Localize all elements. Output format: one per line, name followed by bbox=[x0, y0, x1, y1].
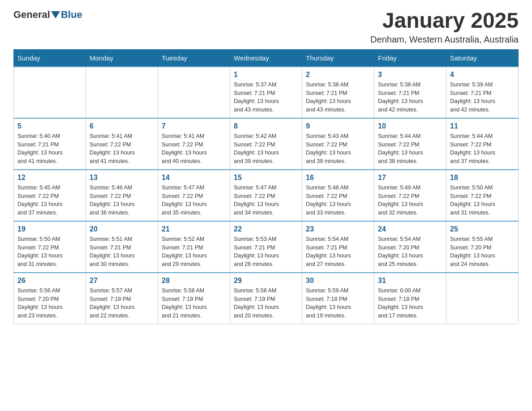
day-number: 9 bbox=[306, 122, 370, 130]
calendar-cell: 21Sunrise: 5:52 AM Sunset: 7:21 PM Dayli… bbox=[158, 221, 230, 273]
calendar-cell bbox=[446, 273, 519, 324]
day-info: Sunrise: 5:41 AM Sunset: 7:22 PM Dayligh… bbox=[162, 132, 226, 166]
calendar-cell: 13Sunrise: 5:46 AM Sunset: 7:22 PM Dayli… bbox=[86, 170, 158, 221]
calendar-cell: 14Sunrise: 5:47 AM Sunset: 7:22 PM Dayli… bbox=[158, 170, 230, 221]
calendar-cell: 11Sunrise: 5:44 AM Sunset: 7:22 PM Dayli… bbox=[446, 118, 519, 170]
day-info: Sunrise: 5:57 AM Sunset: 7:19 PM Dayligh… bbox=[90, 287, 154, 320]
day-number: 17 bbox=[378, 174, 442, 182]
calendar-cell: 1Sunrise: 5:37 AM Sunset: 7:21 PM Daylig… bbox=[230, 67, 302, 118]
calendar-cell: 12Sunrise: 5:45 AM Sunset: 7:22 PM Dayli… bbox=[14, 170, 86, 221]
calendar-cell: 17Sunrise: 5:49 AM Sunset: 7:22 PM Dayli… bbox=[374, 170, 446, 221]
day-info: Sunrise: 5:37 AM Sunset: 7:21 PM Dayligh… bbox=[234, 81, 298, 114]
day-number: 14 bbox=[162, 174, 226, 182]
day-number: 18 bbox=[450, 174, 515, 182]
logo-blue-text: Blue bbox=[61, 9, 82, 21]
calendar-week-row: 26Sunrise: 5:56 AM Sunset: 7:20 PM Dayli… bbox=[14, 273, 519, 324]
day-info: Sunrise: 5:39 AM Sunset: 7:21 PM Dayligh… bbox=[450, 81, 515, 114]
day-info: Sunrise: 5:56 AM Sunset: 7:20 PM Dayligh… bbox=[17, 287, 82, 320]
day-info: Sunrise: 5:38 AM Sunset: 7:21 PM Dayligh… bbox=[378, 81, 442, 114]
day-number: 24 bbox=[378, 225, 442, 233]
calendar-week-row: 19Sunrise: 5:50 AM Sunset: 7:22 PM Dayli… bbox=[14, 221, 519, 273]
day-number: 11 bbox=[450, 122, 515, 130]
calendar-cell: 9Sunrise: 5:43 AM Sunset: 7:22 PM Daylig… bbox=[302, 118, 374, 170]
calendar-cell: 10Sunrise: 5:44 AM Sunset: 7:22 PM Dayli… bbox=[374, 118, 446, 170]
calendar-cell: 23Sunrise: 5:54 AM Sunset: 7:21 PM Dayli… bbox=[302, 221, 374, 273]
day-number: 28 bbox=[162, 277, 226, 285]
day-number: 25 bbox=[450, 225, 515, 233]
calendar-header-row: SundayMondayTuesdayWednesdayThursdayFrid… bbox=[14, 49, 519, 67]
day-info: Sunrise: 5:54 AM Sunset: 7:20 PM Dayligh… bbox=[378, 235, 442, 269]
day-info: Sunrise: 5:50 AM Sunset: 7:22 PM Dayligh… bbox=[17, 235, 82, 269]
day-info: Sunrise: 5:47 AM Sunset: 7:22 PM Dayligh… bbox=[234, 184, 298, 217]
calendar-week-row: 1Sunrise: 5:37 AM Sunset: 7:21 PM Daylig… bbox=[14, 67, 519, 118]
calendar-day-header: Thursday bbox=[302, 49, 374, 67]
calendar-day-header: Saturday bbox=[446, 49, 519, 67]
day-info: Sunrise: 5:40 AM Sunset: 7:21 PM Dayligh… bbox=[17, 132, 82, 166]
day-number: 2 bbox=[306, 71, 370, 79]
calendar-cell: 4Sunrise: 5:39 AM Sunset: 7:21 PM Daylig… bbox=[446, 67, 519, 118]
day-number: 22 bbox=[234, 225, 298, 233]
day-info: Sunrise: 5:51 AM Sunset: 7:21 PM Dayligh… bbox=[90, 235, 154, 269]
day-number: 23 bbox=[306, 225, 370, 233]
day-number: 31 bbox=[378, 277, 442, 285]
calendar-table: SundayMondayTuesdayWednesdayThursdayFrid… bbox=[13, 49, 519, 324]
calendar-cell: 19Sunrise: 5:50 AM Sunset: 7:22 PM Dayli… bbox=[14, 221, 86, 273]
calendar-cell: 27Sunrise: 5:57 AM Sunset: 7:19 PM Dayli… bbox=[86, 273, 158, 324]
calendar-week-row: 5Sunrise: 5:40 AM Sunset: 7:21 PM Daylig… bbox=[14, 118, 519, 170]
day-number: 30 bbox=[306, 277, 370, 285]
day-number: 8 bbox=[234, 122, 298, 130]
calendar-cell: 26Sunrise: 5:56 AM Sunset: 7:20 PM Dayli… bbox=[14, 273, 86, 324]
calendar-cell bbox=[86, 67, 158, 118]
day-info: Sunrise: 5:49 AM Sunset: 7:22 PM Dayligh… bbox=[378, 184, 442, 217]
calendar-cell bbox=[158, 67, 230, 118]
day-number: 4 bbox=[450, 71, 515, 79]
calendar-day-header: Tuesday bbox=[158, 49, 230, 67]
day-info: Sunrise: 5:58 AM Sunset: 7:19 PM Dayligh… bbox=[162, 287, 226, 320]
title-section: January 2025 Denham, Western Australia, … bbox=[370, 9, 519, 45]
day-number: 20 bbox=[90, 225, 154, 233]
logo-general-text: General bbox=[13, 9, 50, 21]
calendar-cell: 29Sunrise: 5:58 AM Sunset: 7:19 PM Dayli… bbox=[230, 273, 302, 324]
calendar-cell: 30Sunrise: 5:59 AM Sunset: 7:18 PM Dayli… bbox=[302, 273, 374, 324]
calendar-day-header: Sunday bbox=[14, 49, 86, 67]
calendar-day-header: Wednesday bbox=[230, 49, 302, 67]
calendar-week-row: 12Sunrise: 5:45 AM Sunset: 7:22 PM Dayli… bbox=[14, 170, 519, 221]
calendar-cell: 15Sunrise: 5:47 AM Sunset: 7:22 PM Dayli… bbox=[230, 170, 302, 221]
day-info: Sunrise: 5:52 AM Sunset: 7:21 PM Dayligh… bbox=[162, 235, 226, 269]
day-info: Sunrise: 5:58 AM Sunset: 7:19 PM Dayligh… bbox=[234, 287, 298, 320]
calendar-cell: 22Sunrise: 5:53 AM Sunset: 7:21 PM Dayli… bbox=[230, 221, 302, 273]
calendar-cell: 20Sunrise: 5:51 AM Sunset: 7:21 PM Dayli… bbox=[86, 221, 158, 273]
calendar-cell: 16Sunrise: 5:48 AM Sunset: 7:22 PM Dayli… bbox=[302, 170, 374, 221]
day-number: 16 bbox=[306, 174, 370, 182]
calendar-cell: 7Sunrise: 5:41 AM Sunset: 7:22 PM Daylig… bbox=[158, 118, 230, 170]
day-number: 1 bbox=[234, 71, 298, 79]
calendar-cell: 31Sunrise: 6:00 AM Sunset: 7:18 PM Dayli… bbox=[374, 273, 446, 324]
calendar-cell: 25Sunrise: 5:55 AM Sunset: 7:20 PM Dayli… bbox=[446, 221, 519, 273]
day-number: 13 bbox=[90, 174, 154, 182]
calendar-title: January 2025 bbox=[370, 9, 519, 33]
day-number: 6 bbox=[90, 122, 154, 130]
day-info: Sunrise: 5:43 AM Sunset: 7:22 PM Dayligh… bbox=[306, 132, 370, 166]
calendar-cell: 2Sunrise: 5:38 AM Sunset: 7:21 PM Daylig… bbox=[302, 67, 374, 118]
page-header: General Blue January 2025 Denham, Wester… bbox=[13, 9, 519, 45]
day-info: Sunrise: 6:00 AM Sunset: 7:18 PM Dayligh… bbox=[378, 287, 442, 320]
day-number: 29 bbox=[234, 277, 298, 285]
day-number: 3 bbox=[378, 71, 442, 79]
calendar-cell: 28Sunrise: 5:58 AM Sunset: 7:19 PM Dayli… bbox=[158, 273, 230, 324]
day-number: 19 bbox=[17, 225, 82, 233]
day-info: Sunrise: 5:54 AM Sunset: 7:21 PM Dayligh… bbox=[306, 235, 370, 269]
calendar-cell: 18Sunrise: 5:50 AM Sunset: 7:22 PM Dayli… bbox=[446, 170, 519, 221]
calendar-subtitle: Denham, Western Australia, Australia bbox=[370, 34, 519, 45]
calendar-cell: 24Sunrise: 5:54 AM Sunset: 7:20 PM Dayli… bbox=[374, 221, 446, 273]
day-number: 5 bbox=[17, 122, 82, 130]
calendar-day-header: Friday bbox=[374, 49, 446, 67]
calendar-cell: 8Sunrise: 5:42 AM Sunset: 7:22 PM Daylig… bbox=[230, 118, 302, 170]
day-number: 21 bbox=[162, 225, 226, 233]
day-info: Sunrise: 5:41 AM Sunset: 7:22 PM Dayligh… bbox=[90, 132, 154, 166]
day-number: 10 bbox=[378, 122, 442, 130]
day-info: Sunrise: 5:45 AM Sunset: 7:22 PM Dayligh… bbox=[17, 184, 82, 217]
logo-triangle-icon bbox=[51, 11, 60, 18]
day-info: Sunrise: 5:53 AM Sunset: 7:21 PM Dayligh… bbox=[234, 235, 298, 269]
day-number: 7 bbox=[162, 122, 226, 130]
day-info: Sunrise: 5:47 AM Sunset: 7:22 PM Dayligh… bbox=[162, 184, 226, 217]
